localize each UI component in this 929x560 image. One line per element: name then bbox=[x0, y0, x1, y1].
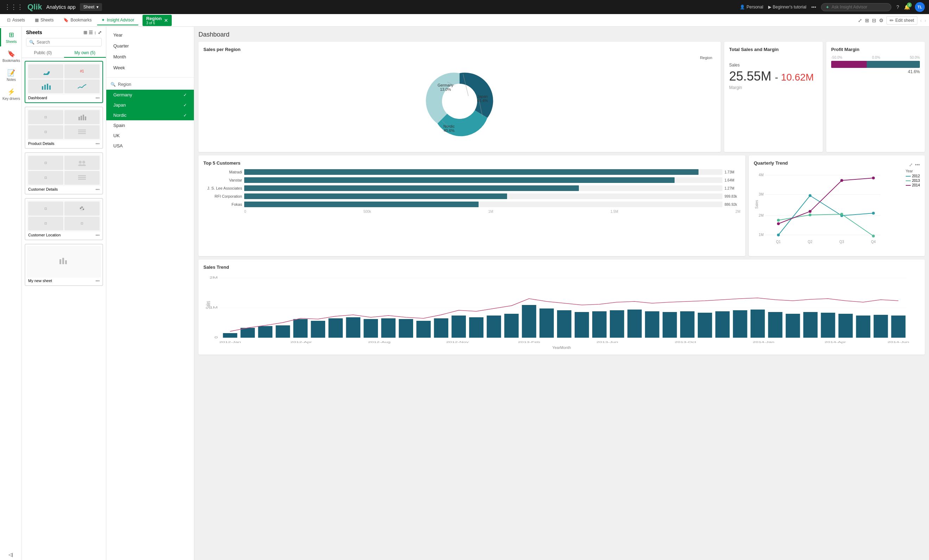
svg-rect-104 bbox=[856, 315, 871, 338]
sheets-search-box[interactable]: 🔍 bbox=[26, 38, 102, 46]
customer-details-more-button[interactable]: ••• bbox=[95, 187, 100, 191]
chevron-right-icon[interactable]: › bbox=[924, 18, 926, 23]
tab-bookmarks[interactable]: 🔖 Bookmarks bbox=[59, 15, 96, 25]
sheet-thumb-customer-location[interactable]: ⊡ ⊡ ⊡ Customer Location ••• bbox=[25, 198, 103, 240]
filter-region-spain[interactable]: Spain bbox=[106, 120, 194, 130]
sheet-thumb-new[interactable]: My new sheet ••• bbox=[25, 244, 103, 286]
expand-quarterly-icon[interactable]: ⤢ bbox=[909, 162, 913, 167]
svg-rect-8 bbox=[85, 116, 86, 120]
region-filter-header: 🔍 Region bbox=[106, 79, 194, 90]
svg-text:2013-Jun: 2013-Jun bbox=[596, 341, 618, 344]
filter-region-japan[interactable]: Japan ✓ bbox=[106, 100, 194, 110]
sheet-selector[interactable]: Sheet ▾ bbox=[80, 3, 102, 11]
chevron-left-icon[interactable]: ‹ bbox=[920, 18, 922, 23]
expand-icon[interactable]: ⤢ bbox=[98, 30, 102, 35]
key-drivers-nav-icon: ⚡ bbox=[8, 88, 15, 96]
thumb-cell-3 bbox=[28, 80, 63, 93]
more-options-icon[interactable]: ••• bbox=[811, 5, 816, 10]
edit-sheet-button[interactable]: ✏ Edit sheet bbox=[886, 16, 917, 24]
second-navigation: ⊡ Assets ▦ Sheets 🔖 Bookmarks ✦ Insight … bbox=[0, 14, 929, 27]
sidebar-item-key-drivers[interactable]: ⚡ Key drivers bbox=[0, 85, 21, 103]
profit-bar-positive bbox=[867, 61, 920, 68]
grid-view-toggle[interactable]: ⊞ bbox=[83, 30, 87, 35]
sidebar-item-sheets[interactable]: ⊞ Sheets bbox=[0, 28, 21, 46]
svg-point-50 bbox=[809, 194, 811, 197]
filter-region-uk[interactable]: UK bbox=[106, 130, 194, 141]
sheet-thumb-dashboard[interactable]: #1 Dashboard ••• bbox=[25, 61, 103, 103]
tab-sheets[interactable]: ▦ Sheets bbox=[31, 15, 58, 25]
svg-point-22 bbox=[81, 207, 83, 208]
list-view-toggle[interactable]: ☰ bbox=[89, 30, 93, 35]
notifications-button[interactable]: 🔔 3 bbox=[904, 4, 910, 10]
filter-month[interactable]: Month bbox=[106, 51, 194, 62]
insight-search-input[interactable] bbox=[831, 5, 881, 9]
sidebar-item-notes[interactable]: 📝 Notes bbox=[0, 66, 21, 84]
svg-rect-96 bbox=[715, 311, 730, 338]
insight-advisor-search[interactable]: ✦ bbox=[821, 3, 891, 11]
dashboard-middle-row: Top 5 Customers Matradi 1.73M Vanstar 1.… bbox=[198, 156, 925, 256]
sheets-icon: ▦ bbox=[35, 18, 39, 23]
margin-value: 10.62M bbox=[781, 72, 814, 83]
product-details-more-button[interactable]: ••• bbox=[95, 141, 100, 145]
svg-rect-95 bbox=[698, 313, 712, 338]
profit-margin-title: Profit Margin bbox=[831, 47, 920, 52]
help-button[interactable]: ? bbox=[896, 4, 899, 10]
sheets-panel-header: Sheets ⊞ ☰ ↕ ⤢ bbox=[22, 27, 106, 38]
tab-public[interactable]: Public (0) bbox=[22, 49, 64, 58]
layout-icon[interactable]: ⊟ bbox=[872, 18, 876, 23]
zoom-icon[interactable]: ⤢ bbox=[858, 18, 862, 23]
svg-rect-83 bbox=[487, 315, 501, 338]
tutorial-button[interactable]: ▶ Beginner's tutorial bbox=[768, 5, 806, 9]
thumb-cell-4 bbox=[64, 80, 100, 93]
more-quarterly-icon[interactable]: ••• bbox=[915, 162, 920, 167]
top-navigation: ⋮⋮⋮ Qlik Analytics app Sheet ▾ 👤 Persona… bbox=[0, 0, 929, 14]
new-sheet-more-button[interactable]: ••• bbox=[95, 278, 100, 283]
top5-bar-chart: Matradi 1.73M Vanstar 1.64M J. S. Lee As… bbox=[203, 169, 740, 214]
region-filter-badge[interactable]: Region 3 of 6 ✕ bbox=[143, 15, 172, 26]
svg-text:Sales: Sales bbox=[205, 301, 212, 309]
sales-trend-svg: 2M 1M 0 bbox=[203, 273, 920, 344]
sort-icon[interactable]: ↕ bbox=[94, 30, 97, 35]
svg-rect-18 bbox=[78, 179, 86, 180]
search-filter-icon: 🔍 bbox=[110, 82, 116, 87]
personal-button[interactable]: 👤 Personal bbox=[740, 5, 763, 9]
svg-rect-2 bbox=[44, 85, 46, 90]
sheets-search-input[interactable] bbox=[37, 40, 98, 45]
filter-region-nordic[interactable]: Nordic ✓ bbox=[106, 110, 194, 120]
filter-week[interactable]: Week bbox=[106, 62, 194, 73]
sidebar-item-bookmarks[interactable]: 🔖 Bookmarks bbox=[0, 47, 21, 66]
settings-icon[interactable]: ⚙ bbox=[879, 18, 884, 23]
svg-rect-89 bbox=[592, 311, 607, 338]
filter-year[interactable]: Year bbox=[106, 29, 194, 40]
sidebar-collapse-button[interactable]: ◁| bbox=[6, 549, 16, 560]
dashboard-top-row: Sales per Region Region Japan bbox=[198, 42, 925, 152]
svg-rect-81 bbox=[451, 315, 466, 338]
qlik-logo: Qlik bbox=[28, 3, 42, 12]
grid-view-icon[interactable]: ⊞ bbox=[865, 18, 869, 23]
svg-rect-92 bbox=[645, 311, 659, 338]
filter-quarter[interactable]: Quarter bbox=[106, 40, 194, 51]
svg-point-13 bbox=[82, 161, 85, 164]
tab-assets[interactable]: ⊡ Assets bbox=[3, 15, 29, 25]
svg-rect-10 bbox=[78, 131, 86, 132]
filter-region-germany[interactable]: Germany ✓ bbox=[106, 90, 194, 100]
thumb-cell-cd-1: ⊡ bbox=[28, 156, 63, 170]
region-close-icon[interactable]: ✕ bbox=[164, 18, 168, 23]
left-sidebar: ⊞ Sheets 🔖 Bookmarks 📝 Notes ⚡ Key drive… bbox=[0, 27, 22, 560]
thumb-cell-cl-2 bbox=[64, 202, 100, 216]
tab-my-own[interactable]: My own (5) bbox=[64, 49, 106, 58]
customer-location-more-button[interactable]: ••• bbox=[95, 233, 100, 237]
profit-bar-track bbox=[831, 61, 920, 68]
sheet-thumb-customer-details[interactable]: ⊡ ⊡ Customer Details ••• bbox=[25, 152, 103, 194]
sheet-thumb-product-details[interactable]: ⊡ ⊡ Product Details ••• bbox=[25, 107, 103, 149]
x-axis-label: YearMonth bbox=[203, 346, 920, 350]
region-filter-list: Germany ✓ Japan ✓ Nordic ✓ Spain UK USA bbox=[106, 90, 194, 151]
profit-pct-value: 41.6% bbox=[831, 69, 920, 74]
user-avatar[interactable]: TL bbox=[915, 2, 925, 12]
app-grid-icon[interactable]: ⋮⋮⋮ bbox=[4, 3, 23, 11]
sales-trend-card: Sales Trend 2M 1M 0 bbox=[198, 260, 925, 355]
sheet-more-button[interactable]: ••• bbox=[95, 96, 100, 100]
bar-axis: 0 500k 1M 1.5M 2M bbox=[203, 210, 740, 214]
filter-region-usa[interactable]: USA bbox=[106, 141, 194, 151]
tab-insight-advisor[interactable]: ✦ Insight Advisor bbox=[97, 15, 138, 25]
